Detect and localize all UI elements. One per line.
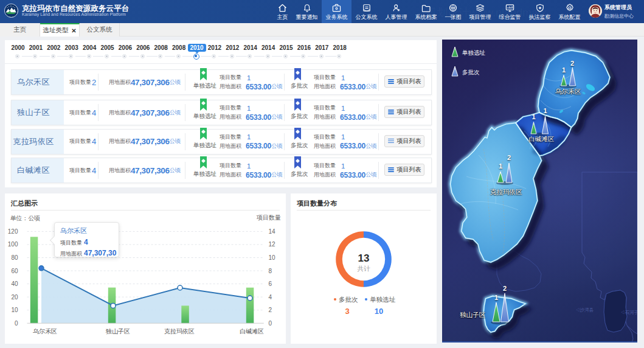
svg-text:独山子区: 独山子区 <box>105 328 130 335</box>
svg-text:多批次: 多批次 <box>339 296 358 303</box>
svg-text:白碱滩区: 白碱滩区 <box>240 328 264 335</box>
svg-text:◁石河子: ◁石河子 <box>620 310 637 315</box>
svg-text:单独选址: 单独选址 <box>462 49 486 56</box>
svg-text:14: 14 <box>269 228 276 235</box>
svg-text:克拉玛依区: 克拉玛依区 <box>164 328 195 335</box>
svg-text:120: 120 <box>8 228 18 235</box>
svg-text:100: 100 <box>8 241 18 248</box>
svg-text:10: 10 <box>269 254 276 261</box>
svg-text:1: 1 <box>531 113 535 120</box>
svg-text:1: 1 <box>499 162 502 170</box>
svg-text:4: 4 <box>269 294 272 301</box>
svg-text:1: 1 <box>494 294 498 301</box>
svg-text:2: 2 <box>269 307 272 313</box>
svg-text:2: 2 <box>507 154 511 161</box>
svg-text:项目数量: 项目数量 <box>256 214 281 221</box>
svg-text:独山子区: 独山子区 <box>460 311 486 318</box>
svg-text:60: 60 <box>11 268 18 274</box>
svg-text:乌尔禾区: 乌尔禾区 <box>33 328 57 335</box>
svg-text:1: 1 <box>543 107 547 114</box>
svg-text:6: 6 <box>269 280 272 287</box>
svg-text:3: 3 <box>345 307 349 316</box>
svg-text:2: 2 <box>570 60 574 67</box>
svg-text:80: 80 <box>11 254 18 261</box>
svg-text:12: 12 <box>269 241 276 248</box>
svg-text:0: 0 <box>269 320 272 327</box>
svg-text:10: 10 <box>11 307 18 313</box>
svg-text:克拉玛依区: 克拉玛依区 <box>490 188 522 195</box>
svg-text:13: 13 <box>358 252 370 264</box>
svg-text:20: 20 <box>11 294 18 301</box>
svg-text:10: 10 <box>375 307 383 316</box>
svg-text:2: 2 <box>503 285 507 292</box>
svg-text:乌尔禾区: 乌尔禾区 <box>555 88 581 95</box>
svg-text:1: 1 <box>562 66 566 74</box>
svg-text:单位：公顷: 单位：公顷 <box>10 215 41 221</box>
svg-text:8: 8 <box>269 268 272 274</box>
svg-text:0: 0 <box>15 320 18 327</box>
svg-text:共计: 共计 <box>358 265 371 272</box>
svg-text:单独选址: 单独选址 <box>370 296 396 303</box>
svg-text:◁沙湾县: ◁沙湾县 <box>575 307 594 313</box>
svg-text:白碱滩区: 白碱滩区 <box>528 135 555 142</box>
svg-text:40: 40 <box>11 280 18 287</box>
svg-text:多批次: 多批次 <box>462 69 480 75</box>
